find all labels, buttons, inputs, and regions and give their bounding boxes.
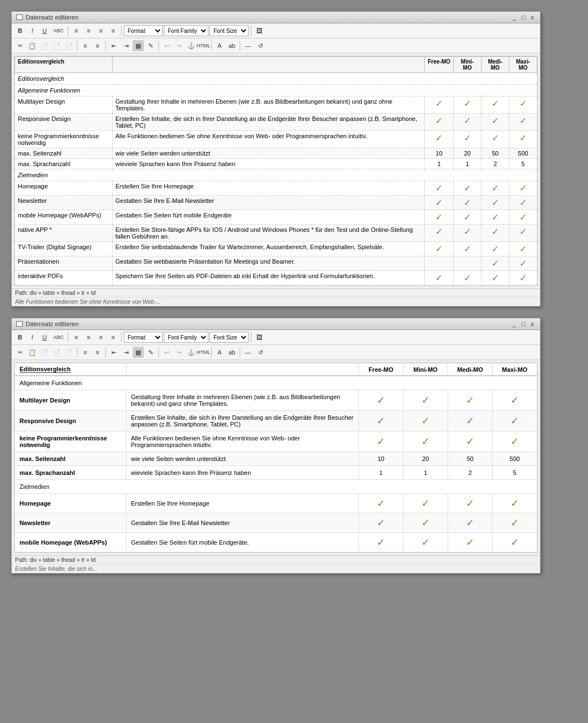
redo-btn-2[interactable]: ↪ — [173, 347, 184, 358]
check-cell: ✓ — [448, 533, 493, 552]
editor-content-2[interactable]: Editionsvergleich Free-MO Mini-MO Medi-M… — [14, 362, 538, 553]
align-left-btn-1[interactable]: ≡ — [71, 25, 82, 36]
table-row: max. Seitenzahl wie viele Seiten werden … — [15, 452, 537, 466]
anchor-btn-2[interactable]: ⚓ — [186, 347, 197, 358]
html-btn-1[interactable]: HTML — [198, 40, 209, 51]
indent-btn-2[interactable]: ⇥ — [120, 347, 132, 358]
table-row: Responsive Design Erstellen Sie Inhalte,… — [15, 411, 537, 431]
feature-cell: interaktive PDFs — [15, 271, 113, 285]
eraser-btn-1[interactable]: ↺ — [255, 40, 266, 51]
sep6 — [158, 41, 159, 51]
bold-btn-1[interactable]: B — [14, 25, 26, 36]
list-ul-btn-1[interactable]: ≡ — [80, 40, 91, 51]
format-select-2[interactable]: Format — [124, 332, 163, 343]
table-btn-2[interactable]: ▦ — [133, 347, 144, 358]
feature-cell: Multilayer Design — [15, 390, 127, 411]
align-center-btn-2[interactable]: ≡ — [83, 332, 94, 343]
title-bar-left-1: Datensatz editieren — [16, 14, 79, 21]
list-ol-btn-2[interactable]: ≡ — [92, 347, 103, 358]
sep3 — [251, 26, 251, 36]
bold-btn-2[interactable]: B — [14, 332, 26, 343]
bgcolor-btn-1[interactable]: ab — [226, 40, 237, 51]
hr-btn-2[interactable]: — — [242, 347, 254, 358]
fontcolor-btn-1[interactable]: A — [214, 40, 225, 51]
check-cell: ✓ — [448, 513, 493, 533]
align-right-btn-2[interactable]: ≡ — [95, 332, 106, 343]
title-bar-controls-1[interactable]: _ □ x — [511, 14, 536, 21]
image-btn-1[interactable]: 🖼 — [254, 25, 265, 36]
italic-btn-1[interactable]: I — [27, 25, 38, 36]
value-cell: 500 — [509, 148, 537, 159]
check-cell — [425, 256, 454, 271]
cut-btn-1[interactable]: ✂ — [14, 40, 26, 51]
font-size-select-1[interactable]: Font Size — [210, 25, 249, 36]
abc-btn-2[interactable]: ABC — [51, 332, 66, 343]
paste3-btn-2[interactable]: 📄 — [64, 347, 75, 358]
align-justify-btn-1[interactable]: ≡ — [108, 25, 119, 36]
font-size-select-2[interactable]: Font Size — [210, 332, 249, 343]
minimize-btn-1[interactable]: _ — [511, 14, 518, 21]
paste2-btn-1[interactable]: 📄 — [51, 40, 62, 51]
fontcolor-btn-2[interactable]: A — [214, 347, 225, 358]
eraser-btn-2[interactable]: ↺ — [255, 347, 266, 358]
sep8-2 — [240, 347, 240, 357]
align-center-btn-1[interactable]: ≡ — [83, 25, 94, 36]
align-right-btn-1[interactable]: ≡ — [95, 25, 106, 36]
check-cell: ✓ — [509, 210, 537, 225]
value-cell: 20 — [404, 452, 448, 466]
html-btn-2[interactable]: HTML — [198, 347, 209, 358]
outdent-btn-2[interactable]: ⇤ — [108, 347, 119, 358]
desc-cell: Gestaltung Ihrer Inhalte in mehreren Ebe… — [127, 390, 359, 411]
feature-cell: max. Sprachanzahl — [15, 466, 127, 480]
paste-btn-2[interactable]: 📄 — [39, 347, 50, 358]
font-family-select-1[interactable]: Font Family — [164, 25, 208, 36]
indent-btn-1[interactable]: ⇥ — [120, 40, 132, 51]
table-header-row-1: Editionsvergleich Free-MO Mini-MO Medi-M… — [15, 57, 537, 73]
anchor-btn-1[interactable]: ⚓ — [186, 40, 197, 51]
list-ol-btn-1[interactable]: ≡ — [92, 40, 103, 51]
editor-content-1[interactable]: Editionsvergleich Free-MO Mini-MO Medi-M… — [14, 56, 538, 286]
copy-btn-2[interactable]: 📋 — [27, 347, 38, 358]
align-left-btn-2[interactable]: ≡ — [71, 332, 82, 343]
redo-btn-1[interactable]: ↪ — [173, 40, 184, 51]
align-justify-btn-2[interactable]: ≡ — [108, 332, 119, 343]
check-cell: ✓ — [493, 494, 537, 513]
close-btn-1[interactable]: x — [529, 14, 536, 21]
undo-btn-1[interactable]: ↩ — [161, 40, 172, 51]
table-btn-1[interactable]: ▦ — [133, 40, 144, 51]
close-btn-2[interactable]: x — [529, 321, 536, 327]
italic-btn-2[interactable]: I — [27, 332, 38, 343]
special-btn-1[interactable]: ✎ — [145, 40, 156, 51]
table-row: Zielmedien — [15, 480, 537, 494]
minimize-btn-2[interactable]: _ — [511, 321, 518, 327]
paste3-btn-1[interactable]: 📄 — [64, 40, 75, 51]
check-cell: ✓ — [454, 114, 482, 131]
undo-btn-2[interactable]: ↩ — [161, 347, 172, 358]
copy-btn-1[interactable]: 📋 — [27, 40, 38, 51]
underline-btn-1[interactable]: U — [39, 25, 50, 36]
abc-btn-1[interactable]: ABC — [51, 25, 66, 36]
special-btn-2[interactable]: ✎ — [145, 347, 156, 358]
format-select-1[interactable]: Format — [124, 25, 163, 36]
maximize-btn-2[interactable]: □ — [520, 321, 527, 327]
title-bar-controls-2[interactable]: _ □ x — [511, 321, 536, 327]
bgcolor-btn-2[interactable]: ab — [226, 347, 237, 358]
feature-cell: Newsletter — [15, 513, 127, 533]
table-title-2[interactable]: Editionsvergleich — [20, 366, 71, 373]
table-row: native APP * Erstellen Sie Store-fähige … — [15, 225, 537, 242]
hr-btn-1[interactable]: — — [242, 40, 254, 51]
toolbar-row1-1: B I U ABC ≡ ≡ ≡ ≡ Format Font Family Fon… — [12, 23, 540, 38]
cut-btn-2[interactable]: ✂ — [14, 347, 26, 358]
font-family-select-2[interactable]: Font Family — [164, 332, 208, 343]
header-cell-title-2: Editionsvergleich — [15, 363, 127, 376]
image-btn-2[interactable]: 🖼 — [254, 332, 265, 343]
underline-btn-2[interactable]: U — [39, 332, 50, 343]
sep4-2 — [77, 347, 77, 357]
path-text-1: Path: div » table » thead » tr » td — [15, 290, 96, 296]
outdent-btn-1[interactable]: ⇤ — [108, 40, 119, 51]
paste2-btn-2[interactable]: 📄 — [51, 347, 62, 358]
paste-btn-1[interactable]: 📄 — [39, 40, 50, 51]
maximize-btn-1[interactable]: □ — [520, 14, 527, 21]
list-ul-btn-2[interactable]: ≡ — [80, 347, 91, 358]
check-cell: ✓ — [404, 513, 448, 533]
